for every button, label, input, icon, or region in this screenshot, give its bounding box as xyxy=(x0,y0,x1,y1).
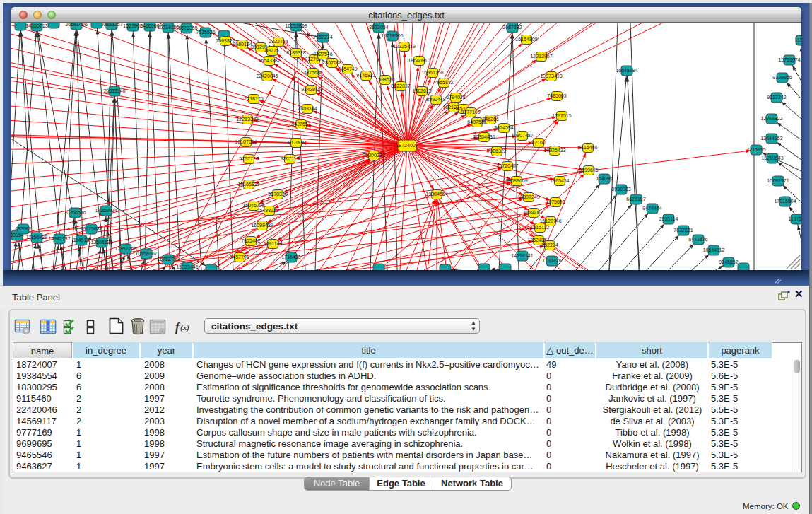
svg-text:9227342: 9227342 xyxy=(767,95,786,100)
svg-text:8186328: 8186328 xyxy=(286,50,305,55)
svg-text:16046798: 16046798 xyxy=(242,203,264,208)
svg-text:16210643: 16210643 xyxy=(761,156,783,160)
svg-text:3624554: 3624554 xyxy=(494,125,513,130)
svg-text:817006: 817006 xyxy=(288,140,304,145)
svg-text:1362615: 1362615 xyxy=(412,88,431,93)
svg-text:6794028: 6794028 xyxy=(446,95,465,100)
svg-text:25300293: 25300293 xyxy=(363,153,384,158)
svg-text:15751074: 15751074 xyxy=(778,57,800,62)
svg-text:8938923: 8938923 xyxy=(611,187,630,192)
svg-text:8813054: 8813054 xyxy=(369,25,388,30)
svg-text:18724007: 18724007 xyxy=(396,143,418,148)
svg-text:15692971: 15692971 xyxy=(767,178,789,183)
svg-text:9899695: 9899695 xyxy=(579,168,598,173)
svg-text:2803144: 2803144 xyxy=(298,106,317,111)
svg-text:15023446: 15023446 xyxy=(176,264,198,269)
svg-text:2935114: 2935114 xyxy=(659,216,678,221)
svg-text:6679197: 6679197 xyxy=(626,197,645,201)
svg-text:116753: 116753 xyxy=(789,216,801,221)
svg-text:8454749: 8454749 xyxy=(338,66,357,71)
svg-text:1975692: 1975692 xyxy=(546,199,565,204)
svg-text:9329966: 9329966 xyxy=(772,75,792,80)
svg-text:1716485: 1716485 xyxy=(281,255,300,259)
svg-text:252214: 252214 xyxy=(541,243,558,247)
svg-text:19166829: 19166829 xyxy=(237,182,259,187)
svg-text:7485063: 7485063 xyxy=(547,93,566,98)
svg-text:8322037: 8322037 xyxy=(391,83,410,88)
svg-text:2867608: 2867608 xyxy=(322,60,341,65)
svg-text:62160: 62160 xyxy=(531,140,546,145)
svg-text:16961758: 16961758 xyxy=(421,70,443,75)
svg-text:18807249: 18807249 xyxy=(517,194,539,199)
svg-text:26691406: 26691406 xyxy=(65,23,87,27)
svg-text:9115460: 9115460 xyxy=(579,145,598,150)
svg-text:10807487: 10807487 xyxy=(511,133,533,138)
svg-text:12444153: 12444153 xyxy=(760,136,782,141)
svg-text:2718176: 2718176 xyxy=(244,96,263,101)
svg-text:7986322: 7986322 xyxy=(487,148,506,153)
svg-text:12325419: 12325419 xyxy=(393,44,415,49)
svg-text:17957255: 17957255 xyxy=(114,246,136,251)
svg-text:3215955: 3215955 xyxy=(746,147,765,152)
svg-text:114519: 114519 xyxy=(73,238,90,243)
svg-text:7515526: 7515526 xyxy=(196,30,215,35)
svg-text:8990448: 8990448 xyxy=(426,97,445,102)
svg-text:10654112: 10654112 xyxy=(703,247,725,252)
svg-text:10853257: 10853257 xyxy=(100,23,122,27)
svg-text:12213363: 12213363 xyxy=(236,117,258,122)
svg-text:5757770: 5757770 xyxy=(239,156,258,161)
svg-text:19218506: 19218506 xyxy=(381,33,403,38)
svg-text:3267110: 3267110 xyxy=(281,156,300,161)
svg-text:10958107: 10958107 xyxy=(135,251,157,256)
svg-text:20206536: 20206536 xyxy=(64,210,86,215)
svg-text:11156829: 11156829 xyxy=(26,235,47,240)
svg-text:9242845: 9242845 xyxy=(301,87,320,92)
svg-text:12505135: 12505135 xyxy=(90,240,112,245)
svg-text:12213967: 12213967 xyxy=(530,54,552,59)
svg-text:2322754: 2322754 xyxy=(269,39,288,44)
svg-text:7632621: 7632621 xyxy=(673,228,693,233)
svg-text:1615132: 1615132 xyxy=(530,225,549,230)
svg-text:15720407: 15720407 xyxy=(496,163,518,168)
svg-text:1297515: 1297515 xyxy=(552,113,571,118)
svg-text:9146821: 9146821 xyxy=(356,73,375,78)
svg-text:12942737: 12942737 xyxy=(48,236,70,241)
svg-text:17016504: 17016504 xyxy=(774,199,796,204)
svg-text:26053346: 26053346 xyxy=(103,88,125,93)
svg-text:16543382: 16543382 xyxy=(258,58,280,63)
svg-text:20975887: 20975887 xyxy=(80,226,102,231)
svg-text:5878330: 5878330 xyxy=(268,192,287,197)
svg-text:9245652: 9245652 xyxy=(719,259,738,264)
svg-text:16782759: 16782759 xyxy=(157,257,179,262)
svg-text:164095: 164095 xyxy=(596,176,612,181)
svg-text:7357274: 7357274 xyxy=(313,35,332,40)
svg-text:9777169: 9777169 xyxy=(461,110,480,115)
svg-text:1588520: 1588520 xyxy=(375,77,394,82)
svg-text:2687682: 2687682 xyxy=(502,25,522,30)
svg-text:5498222: 5498222 xyxy=(259,208,278,213)
svg-text:19384554: 19384554 xyxy=(425,192,447,197)
svg-text:14136141: 14136141 xyxy=(511,253,533,258)
svg-text:746266: 746266 xyxy=(482,117,498,122)
svg-text:8427552: 8427552 xyxy=(291,122,310,127)
svg-text:16648784: 16648784 xyxy=(616,68,637,73)
svg-text:3875685: 3875685 xyxy=(303,70,322,75)
svg-text:12093822: 12093822 xyxy=(760,116,782,121)
svg-text:22420046: 22420046 xyxy=(256,74,278,78)
svg-text:7625402: 7625402 xyxy=(241,238,260,243)
svg-text:16053809: 16053809 xyxy=(285,23,307,28)
svg-text:435061: 435061 xyxy=(15,226,31,231)
svg-text:10107554: 10107554 xyxy=(235,139,257,144)
svg-text:9457791: 9457791 xyxy=(230,255,249,259)
svg-text:98275: 98275 xyxy=(265,48,279,53)
svg-text:9084067: 9084067 xyxy=(524,210,543,215)
svg-text:1733426: 1733426 xyxy=(542,258,561,263)
svg-text:11173: 11173 xyxy=(795,37,801,42)
svg-text:17359924: 17359924 xyxy=(95,208,117,213)
svg-text:16099489: 16099489 xyxy=(251,223,273,228)
svg-text:18640910: 18640910 xyxy=(408,58,430,63)
svg-text:7955812: 7955812 xyxy=(434,80,453,85)
svg-text:9660124: 9660124 xyxy=(233,42,252,47)
svg-text:9327546: 9327546 xyxy=(313,52,332,57)
svg-text:10025433: 10025433 xyxy=(543,148,565,153)
